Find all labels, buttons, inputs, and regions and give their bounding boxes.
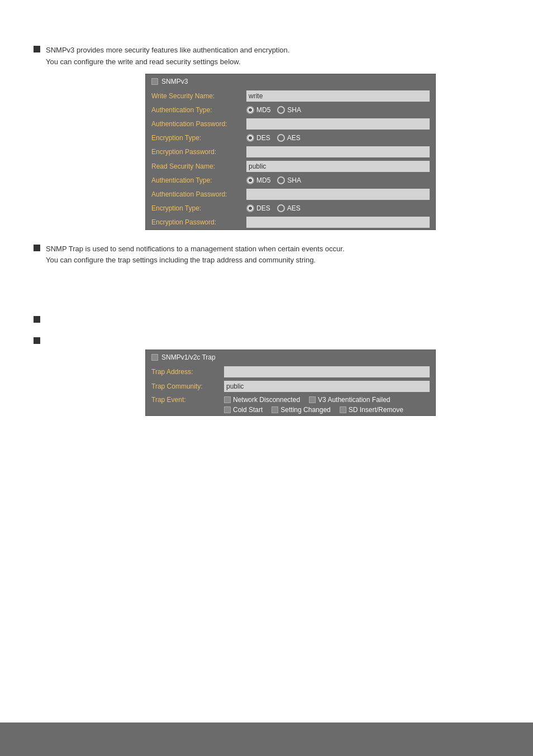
trap-event-v3-auth-failed-label: V3 Authentication Failed: [318, 396, 390, 404]
trap-event-v3-auth-failed[interactable]: V3 Authentication Failed: [309, 396, 390, 404]
write-enc-des-radio[interactable]: [246, 134, 254, 142]
write-auth-md5-radio[interactable]: [246, 106, 254, 114]
section1-square: [34, 46, 40, 52]
trap-snmpv1v2c-checkbox[interactable]: [151, 354, 158, 361]
write-security-name-label: Write Security Name:: [151, 92, 246, 100]
write-security-name-row: Write Security Name:: [146, 89, 435, 103]
trap-event-network-disconnected[interactable]: Network Disconnected: [224, 396, 300, 404]
write-auth-type-label: Authentication Type:: [151, 106, 246, 114]
read-auth-password-value: [246, 189, 430, 200]
read-enc-password-row: Encryption Password:: [146, 215, 435, 229]
read-auth-type-label: Authentication Type:: [151, 176, 246, 184]
trap-community-row: Trap Community:: [146, 379, 435, 394]
read-auth-type-value: MD5 SHA: [246, 176, 430, 184]
write-enc-password-value: [246, 146, 430, 157]
read-enc-des-label: DES: [256, 204, 270, 212]
trap-community-value: [224, 381, 430, 392]
trap-event-cold-start[interactable]: Cold Start: [224, 406, 263, 414]
trap-address-input[interactable]: [224, 366, 430, 377]
section2-text: SNMP Trap is used to send notifications …: [46, 243, 345, 302]
read-auth-sha[interactable]: SHA: [277, 176, 301, 184]
trap-table: SNMPv1/v2c Trap Trap Address: Trap Commu…: [145, 350, 436, 416]
write-enc-password-input[interactable]: [246, 146, 430, 157]
write-enc-des[interactable]: DES: [246, 134, 270, 142]
write-enc-password-label: Encryption Password:: [151, 148, 246, 156]
snmpv3-checkbox[interactable]: [151, 78, 158, 85]
write-auth-password-row: Authentication Password:: [146, 117, 435, 131]
write-enc-aes-radio[interactable]: [277, 134, 285, 142]
read-auth-md5-radio[interactable]: [246, 176, 254, 184]
trap-event-setting-changed[interactable]: Setting Changed: [272, 406, 330, 414]
read-security-name-input[interactable]: [246, 161, 430, 172]
read-auth-password-label: Authentication Password:: [151, 190, 246, 198]
trap-event-sd-insert-remove-checkbox[interactable]: [340, 406, 346, 413]
write-auth-password-label: Authentication Password:: [151, 120, 246, 128]
read-auth-md5[interactable]: MD5: [246, 176, 270, 184]
trap-address-label: Trap Address:: [151, 368, 224, 376]
trap-address-row: Trap Address:: [146, 365, 435, 379]
trap-event-label: Trap Event:: [151, 396, 224, 404]
trap-community-input[interactable]: [224, 381, 430, 392]
trap-table-header: SNMPv1/v2c Trap: [146, 350, 435, 365]
trap-event-setting-changed-label: Setting Changed: [280, 406, 330, 414]
write-enc-type-label: Encryption Type:: [151, 134, 246, 142]
section4-square: [34, 337, 40, 344]
read-auth-password-input[interactable]: [246, 189, 430, 200]
write-enc-type-row: Encryption Type: DES AES: [146, 131, 435, 145]
read-auth-md5-label: MD5: [256, 176, 270, 184]
trap-snmpv1v2c-label: SNMPv1/v2c Trap: [161, 353, 216, 361]
read-security-name-row: Read Security Name:: [146, 159, 435, 174]
snmpv3-label: SNMPv3: [161, 78, 188, 85]
read-enc-type-value: DES AES: [246, 204, 430, 212]
section2-header: SNMP Trap is used to send notifications …: [34, 243, 499, 302]
read-enc-aes[interactable]: AES: [277, 204, 301, 212]
trap-event-cold-start-checkbox[interactable]: [224, 406, 231, 413]
trap-event-network-disconnected-label: Network Disconnected: [233, 396, 300, 404]
trap-section: SNMPv1/v2c Trap Trap Address: Trap Commu…: [34, 336, 499, 416]
trap-community-label: Trap Community:: [151, 382, 224, 390]
section1-header: SNMPv3 provides more security features l…: [34, 45, 499, 68]
write-security-name-input[interactable]: [246, 90, 430, 102]
section4-header: [34, 336, 499, 344]
write-enc-aes[interactable]: AES: [277, 134, 301, 142]
write-enc-type-value: DES AES: [246, 134, 430, 142]
trap-event-network-disconnected-checkbox[interactable]: [224, 396, 231, 403]
write-auth-sha-label: SHA: [287, 106, 301, 114]
read-enc-aes-label: AES: [287, 204, 301, 212]
write-enc-des-label: DES: [256, 134, 270, 142]
read-auth-sha-radio[interactable]: [277, 176, 285, 184]
write-enc-password-row: Encryption Password:: [146, 145, 435, 159]
trap-event-row: Trap Event: Network Disconnected V3 Auth…: [146, 394, 435, 415]
read-enc-des-radio[interactable]: [246, 204, 254, 212]
write-auth-type-row: Authentication Type: MD5 SHA: [146, 103, 435, 117]
trap-description-section: SNMP Trap is used to send notifications …: [34, 243, 499, 302]
write-auth-sha-radio[interactable]: [277, 106, 285, 114]
read-auth-password-row: Authentication Password:: [146, 187, 435, 202]
section3: [34, 315, 499, 323]
write-auth-md5[interactable]: MD5: [246, 106, 270, 114]
read-enc-type-row: Encryption Type: DES AES: [146, 202, 435, 215]
trap-events-row1: Network Disconnected V3 Authentication F…: [224, 396, 430, 404]
read-enc-des[interactable]: DES: [246, 204, 270, 212]
trap-event-setting-changed-checkbox[interactable]: [272, 406, 278, 413]
trap-event-sd-insert-remove[interactable]: SD Insert/Remove: [340, 406, 403, 414]
read-enc-type-label: Encryption Type:: [151, 204, 246, 212]
read-enc-aes-radio[interactable]: [277, 204, 285, 212]
trap-event-cold-start-label: Cold Start: [233, 406, 263, 414]
write-enc-aes-label: AES: [287, 134, 301, 142]
snmpv3-table-header: SNMPv3: [146, 74, 435, 89]
write-auth-password-input[interactable]: [246, 118, 430, 130]
section3-square: [34, 316, 40, 323]
read-security-name-value: [246, 161, 430, 172]
write-auth-sha[interactable]: SHA: [277, 106, 301, 114]
footer-bar: [0, 722, 533, 756]
snmpv3-table: SNMPv3 Write Security Name: Authenticati…: [145, 74, 436, 230]
write-auth-password-value: [246, 118, 430, 130]
write-auth-md5-label: MD5: [256, 106, 270, 114]
section2-square: [34, 245, 40, 251]
read-security-name-label: Read Security Name:: [151, 162, 246, 170]
read-enc-password-input[interactable]: [246, 217, 430, 228]
trap-event-v3-auth-failed-checkbox[interactable]: [309, 396, 316, 403]
write-auth-type-value: MD5 SHA: [246, 106, 430, 114]
trap-event-sd-insert-remove-label: SD Insert/Remove: [349, 406, 403, 414]
